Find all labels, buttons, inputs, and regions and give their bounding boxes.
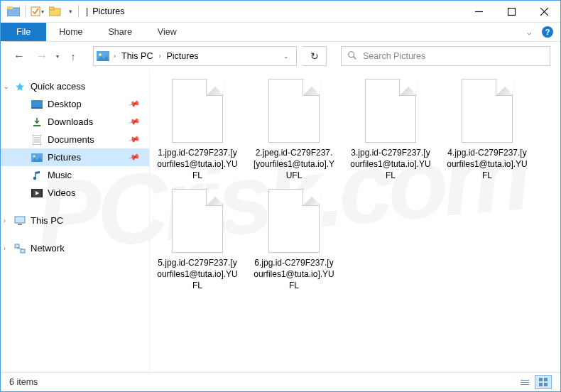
file-name-label: 5.jpg.id-C279F237.[yourfiles1@tuta.io].Y… (156, 257, 239, 292)
sidebar-item-label: Quick access (31, 81, 85, 92)
music-icon (31, 170, 43, 180)
qat-separator (78, 5, 79, 18)
back-button[interactable]: ← (11, 48, 28, 65)
svg-rect-4 (49, 7, 54, 10)
search-icon (347, 50, 357, 62)
file-item[interactable]: 3.jpg.id-C279F237.[yourfiles1@tuta.io].Y… (349, 79, 432, 182)
pin-icon: 📌 (128, 97, 141, 110)
chevron-down-icon: ▾ (41, 9, 44, 15)
svg-line-30 (17, 248, 23, 249)
sidebar-item-desktop[interactable]: Desktop📌 (1, 95, 149, 113)
help-icon[interactable]: ? (542, 26, 553, 38)
pictures-icon (31, 153, 43, 162)
expand-icon[interactable]: › (4, 217, 6, 224)
file-icon (268, 79, 320, 143)
videos-icon (31, 189, 43, 197)
file-item[interactable]: 5.jpg.id-C279F237.[yourfiles1@tuta.io].Y… (156, 189, 239, 292)
sidebar-quick-access[interactable]: ⌄ Quick access (1, 77, 149, 95)
qat-separator (25, 5, 26, 18)
details-view-button[interactable] (516, 375, 533, 389)
ribbon-collapse-button[interactable]: ⌵ (527, 28, 532, 37)
svg-rect-28 (15, 244, 19, 248)
new-folder-qat-button[interactable] (47, 3, 64, 20)
sidebar-network[interactable]: › Network (1, 239, 149, 257)
status-bar: 6 items (1, 372, 560, 391)
navigation-bar: ← → ▾ ↑ › This PC › Pictures ⌄ ↻ Search … (1, 42, 560, 70)
sidebar-item-label: Pictures (48, 152, 81, 163)
file-icon (172, 79, 223, 143)
pin-icon: 📌 (128, 133, 141, 146)
pictures-icon (97, 51, 109, 61)
svg-rect-29 (21, 249, 25, 253)
file-icon (172, 189, 223, 253)
breadcrumb-this-pc[interactable]: This PC (120, 51, 154, 61)
sidebar-item-label: This PC (31, 215, 63, 226)
svg-rect-13 (31, 100, 43, 107)
file-item[interactable]: 6.jpg.id-C279F237.[yourfiles1@tuta.io].Y… (252, 189, 336, 292)
file-item[interactable]: 1.jpg.id-C279F237.[yourfiles1@tuta.io].Y… (156, 79, 239, 182)
expand-icon[interactable]: › (4, 245, 6, 252)
file-item[interactable]: 4.jpg.id-C279F237.[yourfiles1@tuta.io].Y… (445, 79, 529, 182)
search-input[interactable]: Search Pictures (341, 46, 550, 66)
tab-view[interactable]: View (145, 23, 190, 41)
sidebar-item-label: Downloads (48, 116, 93, 127)
sidebar-item-label: Network (31, 243, 65, 254)
svg-point-10 (99, 53, 102, 56)
documents-icon (31, 135, 43, 145)
sidebar-item-music[interactable]: Music (1, 166, 149, 184)
sidebar-item-downloads[interactable]: Downloads📌 (1, 113, 149, 131)
svg-rect-2 (31, 7, 40, 16)
file-item[interactable]: 2.jpeg.id-C279F237.[yourfiles1@tuta.io].… (252, 79, 336, 182)
star-icon (13, 82, 26, 92)
desktop-icon (31, 100, 43, 109)
file-name-label: 3.jpg.id-C279F237.[yourfiles1@tuta.io].Y… (349, 147, 432, 182)
file-name-label: 1.jpg.id-C279F237.[yourfiles1@tuta.io].Y… (156, 147, 239, 182)
sidebar-item-documents[interactable]: Documents📌 (1, 131, 149, 148)
file-list[interactable]: 1.jpg.id-C279F237.[yourfiles1@tuta.io].Y… (150, 70, 560, 371)
svg-rect-14 (31, 107, 43, 109)
pc-icon (13, 216, 26, 226)
file-name-label: 6.jpg.id-C279F237.[yourfiles1@tuta.io].Y… (252, 257, 336, 292)
maximize-button[interactable] (495, 1, 528, 23)
file-icon (462, 79, 513, 143)
svg-line-12 (354, 56, 356, 59)
svg-rect-1 (7, 6, 13, 9)
file-name-label: 2.jpeg.id-C279F237.[yourfiles1@tuta.io].… (252, 147, 336, 182)
navigation-pane: ⌄ Quick access Desktop📌Downloads📌Documen… (1, 70, 150, 371)
svg-rect-15 (33, 125, 40, 126)
qat-customize-button[interactable]: ▾ (65, 3, 75, 20)
address-bar[interactable]: › This PC › Pictures ⌄ (93, 46, 297, 66)
pin-icon: 📌 (128, 151, 141, 163)
refresh-button[interactable]: ↻ (303, 46, 327, 66)
close-button[interactable] (528, 1, 560, 23)
breadcrumb-current[interactable]: Pictures (165, 51, 200, 61)
large-icons-view-button[interactable] (535, 375, 552, 389)
up-button[interactable]: ↑ (65, 48, 82, 65)
chevron-right-icon[interactable]: › (112, 53, 117, 60)
app-icon[interactable] (5, 3, 22, 20)
file-icon (268, 189, 320, 253)
svg-point-11 (349, 51, 354, 57)
svg-rect-6 (508, 8, 515, 15)
pin-icon: 📌 (128, 115, 141, 128)
sidebar-item-videos[interactable]: Videos (1, 184, 149, 202)
sidebar-this-pc[interactable]: › This PC (1, 212, 149, 229)
minimize-button[interactable] (462, 1, 495, 23)
history-dropdown[interactable]: ▾ (56, 53, 59, 60)
address-dropdown[interactable]: ⌄ (283, 53, 289, 60)
title-bar: ▾ ▾ | Pictures (1, 1, 560, 23)
svg-rect-24 (31, 189, 33, 197)
chevron-right-icon[interactable]: › (157, 53, 162, 60)
forward-button[interactable]: → (33, 48, 50, 65)
tab-home[interactable]: Home (46, 23, 95, 41)
svg-rect-27 (18, 224, 22, 225)
sidebar-item-pictures[interactable]: Pictures📌 (1, 148, 149, 166)
tab-share[interactable]: Share (96, 23, 145, 41)
collapse-icon[interactable]: ⌄ (4, 83, 9, 90)
file-tab[interactable]: File (1, 23, 46, 41)
window-title: Pictures (92, 6, 124, 16)
properties-qat-button[interactable]: ▾ (28, 3, 45, 20)
svg-point-21 (33, 155, 36, 157)
svg-rect-25 (41, 189, 43, 197)
file-icon (365, 79, 416, 143)
